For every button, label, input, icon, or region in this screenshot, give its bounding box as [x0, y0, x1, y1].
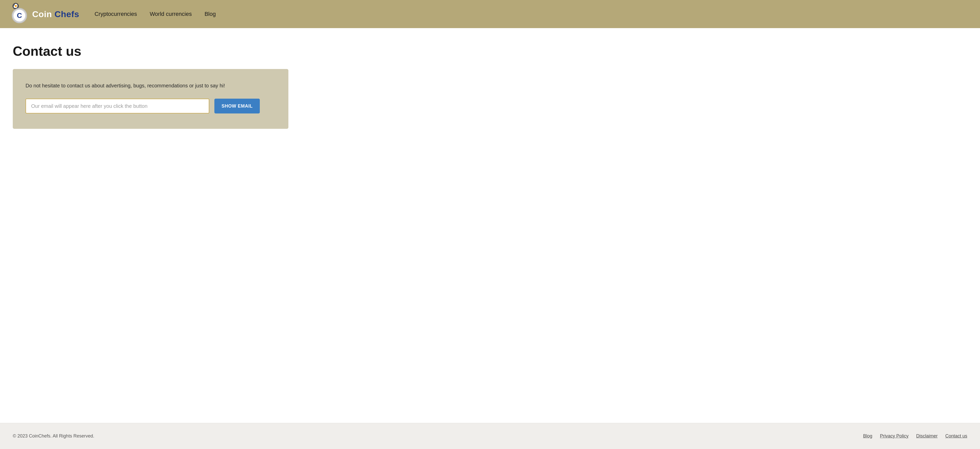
- email-input[interactable]: [25, 99, 209, 113]
- site-footer: © 2023 CoinChefs. All Rights Reserved. B…: [0, 423, 980, 449]
- footer-link-disclaimer[interactable]: Disclaimer: [916, 433, 938, 439]
- site-header: 🍳 C Coin Chefs Cryptocurrencies World cu…: [0, 0, 980, 28]
- footer-link-privacy[interactable]: Privacy Policy: [880, 433, 908, 439]
- footer-link-contact[interactable]: Contact us: [945, 433, 967, 439]
- contact-description: Do not hesitate to contact us about adve…: [25, 82, 275, 89]
- page-title: Contact us: [13, 43, 293, 59]
- brand-name-part1: Coin: [32, 9, 52, 19]
- main-content: Contact us Do not hesitate to contact us…: [0, 28, 306, 423]
- email-row: SHOW EMAIL: [25, 99, 275, 113]
- coin-letter: C: [17, 11, 22, 20]
- brand-name-part2: Chefs: [55, 9, 80, 19]
- footer-link-blog[interactable]: Blog: [863, 433, 872, 439]
- main-nav: Cryptocurrencies World currencies Blog: [94, 11, 216, 18]
- footer-copyright: © 2023 CoinChefs. All Rights Reserved.: [13, 433, 94, 439]
- nav-blog[interactable]: Blog: [204, 11, 216, 18]
- logo-icon: 🍳 C: [10, 5, 29, 23]
- coin-icon: C: [12, 8, 27, 23]
- nav-cryptocurrencies[interactable]: Cryptocurrencies: [94, 11, 137, 18]
- site-logo[interactable]: 🍳 C Coin Chefs: [10, 5, 79, 23]
- show-email-button[interactable]: SHOW EMAIL: [215, 99, 260, 113]
- nav-world-currencies[interactable]: World currencies: [150, 11, 192, 18]
- brand-name: Coin Chefs: [32, 9, 79, 19]
- contact-card: Do not hesitate to contact us about adve…: [13, 69, 288, 129]
- footer-links: Blog Privacy Policy Disclaimer Contact u…: [863, 433, 967, 439]
